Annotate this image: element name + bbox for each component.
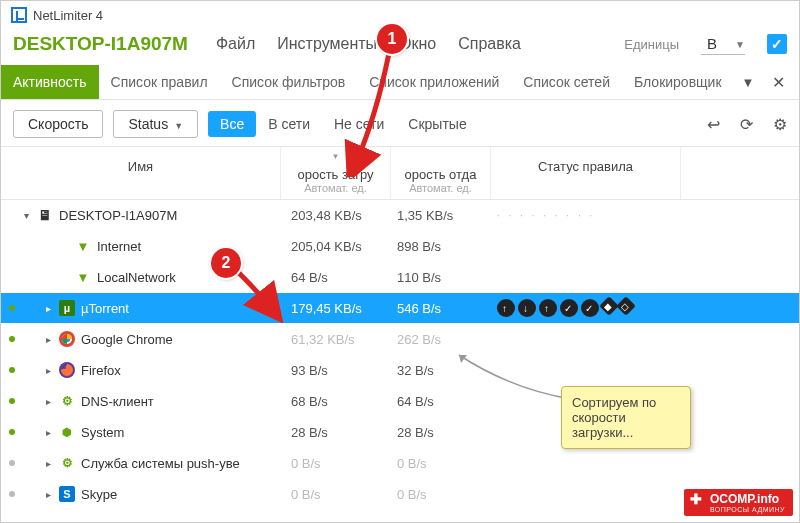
row-name: µTorrent xyxy=(81,301,129,316)
row-name: Skype xyxy=(81,487,117,502)
watermark-main: OCOMP.info xyxy=(710,492,779,506)
pill-all[interactable]: Все xyxy=(208,111,256,137)
expand-toggle-icon[interactable]: ▸ xyxy=(43,396,53,407)
row-download-speed: 28 B/s xyxy=(281,425,391,440)
tab-nets[interactable]: Список сетей xyxy=(511,65,622,99)
row-upload-speed: 0 B/s xyxy=(391,456,491,471)
row-name: Internet xyxy=(97,239,141,254)
badge-up2-icon[interactable]: ↑ xyxy=(539,299,557,317)
rule-status-badges[interactable]: ↑↓↑✓✓◆◇ xyxy=(497,299,681,317)
grid-body: ▾🖥DESKTOP-I1A907M203,48 KB/s1,35 KB/s· ·… xyxy=(1,200,799,510)
annotation-badge-2: 2 xyxy=(211,248,241,278)
status-button[interactable]: Status▼ xyxy=(113,110,198,138)
row-upload-speed: 28 B/s xyxy=(391,425,491,440)
watermark-sub: ВОПРОСЫ АДМИНУ xyxy=(710,506,785,513)
expand-toggle-icon[interactable]: ▸ xyxy=(43,303,53,314)
toggle-checkbox[interactable]: ✓ xyxy=(767,34,787,54)
annotation-badge-1: 1 xyxy=(377,24,407,54)
col-ul-sub: Автомат. ед. xyxy=(399,182,482,194)
col-dl-sub: Автомат. ед. xyxy=(289,182,382,194)
row-download-speed: 61,32 KB/s xyxy=(281,332,391,347)
expand-toggle-icon[interactable]: ▸ xyxy=(43,427,53,438)
pill-online[interactable]: В сети xyxy=(256,111,322,137)
tab-activity[interactable]: Активность xyxy=(1,65,99,99)
table-row[interactable]: ▸⚙Служба системы push-уве0 B/s0 B/s xyxy=(1,448,799,479)
grid: Имя ▼ орость загру Автомат. ед. орость о… xyxy=(1,146,799,510)
firefox-icon xyxy=(59,362,75,378)
filter-icon: ▼ xyxy=(75,238,91,254)
table-row[interactable]: ▼LocalNetwork64 B/s110 B/s xyxy=(1,262,799,293)
tab-filters[interactable]: Список фильтров xyxy=(220,65,358,99)
row-name: System xyxy=(81,425,124,440)
table-row[interactable]: ▸SSkype0 B/s0 B/s xyxy=(1,479,799,510)
undo-icon[interactable]: ↩ xyxy=(707,115,720,134)
row-name: Google Chrome xyxy=(81,332,173,347)
table-row[interactable]: ▼Internet205,04 KB/s898 B/s xyxy=(1,231,799,262)
tab-rules[interactable]: Список правил xyxy=(99,65,220,99)
tabs-overflow-caret[interactable]: ▼ xyxy=(734,75,763,90)
status-bullet-icon xyxy=(9,398,15,404)
status-bullet-icon xyxy=(9,367,15,373)
status-button-label: Status xyxy=(128,116,168,132)
expand-toggle-icon[interactable]: ▸ xyxy=(43,458,53,469)
pill-hidden[interactable]: Скрытые xyxy=(396,111,478,137)
status-bullet-icon xyxy=(9,429,15,435)
units-label: Единицы xyxy=(624,37,679,52)
row-download-speed: 64 B/s xyxy=(281,270,391,285)
expand-toggle-icon[interactable]: ▸ xyxy=(43,365,53,376)
chrome-icon xyxy=(59,331,75,347)
expand-toggle-icon[interactable]: ▸ xyxy=(43,489,53,500)
menu-help[interactable]: Справка xyxy=(458,35,521,53)
row-download-speed: 203,48 KB/s xyxy=(281,208,391,223)
badge-down-icon[interactable]: ↓ xyxy=(518,299,536,317)
status-bullet-icon xyxy=(9,305,15,311)
rule-status-dots: · · · · · · · · · xyxy=(497,210,595,221)
col-name[interactable]: Имя xyxy=(1,147,281,199)
table-row[interactable]: ▾🖥DESKTOP-I1A907M203,48 KB/s1,35 KB/s· ·… xyxy=(1,200,799,231)
sort-indicator-icon: ▼ xyxy=(332,152,340,161)
table-row[interactable]: ▸Google Chrome61,32 KB/s262 B/s xyxy=(1,324,799,355)
filter-icon: ▼ xyxy=(75,269,91,285)
row-name: DESKTOP-I1A907M xyxy=(59,208,177,223)
row-download-speed: 0 B/s xyxy=(281,456,391,471)
refresh-icon[interactable]: ⟳ xyxy=(740,115,753,134)
speed-button-label: Скорость xyxy=(28,116,88,132)
titlebar: NetLimiter 4 xyxy=(1,1,799,27)
badge-hex2-icon[interactable]: ◇ xyxy=(616,296,636,316)
badge-up-icon[interactable]: ↑ xyxy=(497,299,515,317)
watermark: OCOMP.info ВОПРОСЫ АДМИНУ xyxy=(684,489,793,516)
row-download-speed: 205,04 KB/s xyxy=(281,239,391,254)
expand-toggle-icon[interactable]: ▸ xyxy=(43,334,53,345)
speed-button[interactable]: Скорость xyxy=(13,110,103,138)
status-bullet-icon xyxy=(9,336,15,342)
settings-gear-icon[interactable]: ⚙ xyxy=(773,115,787,134)
col-rule-status[interactable]: Статус правила xyxy=(491,147,681,199)
row-upload-speed: 898 B/s xyxy=(391,239,491,254)
gear-icon: ⚙ xyxy=(59,393,75,409)
desktop-icon: 🖥 xyxy=(37,207,53,223)
tab-close-icon[interactable]: ✕ xyxy=(762,73,795,92)
units-select[interactable]: B xyxy=(701,33,745,55)
menu-file[interactable]: Файл xyxy=(216,35,255,53)
app-logo-icon xyxy=(11,7,27,23)
expand-toggle-icon[interactable]: ▾ xyxy=(21,210,31,221)
table-row[interactable]: ▸µµTorrent179,45 KB/s546 B/s↑↓↑✓✓◆◇ xyxy=(1,293,799,324)
row-download-speed: 179,45 KB/s xyxy=(281,301,391,316)
row-download-speed: 68 B/s xyxy=(281,394,391,409)
status-bullet-icon xyxy=(9,460,15,466)
row-name: LocalNetwork xyxy=(97,270,176,285)
row-name: Служба системы push-уве xyxy=(81,456,240,471)
skype-icon: S xyxy=(59,486,75,502)
row-upload-speed: 546 B/s xyxy=(391,301,491,316)
badge-check-icon[interactable]: ✓ xyxy=(560,299,578,317)
annotation-arrow-1 xyxy=(341,47,401,177)
table-row[interactable]: ▸Firefox93 B/s32 B/s xyxy=(1,355,799,386)
row-upload-speed: 0 B/s xyxy=(391,487,491,502)
gear-icon: ⚙ xyxy=(59,455,75,471)
badge-check2-icon[interactable]: ✓ xyxy=(581,299,599,317)
hostname-label: DESKTOP-I1A907M xyxy=(13,33,188,55)
chevron-down-icon: ▼ xyxy=(174,121,183,131)
tab-blocker[interactable]: Блокировщик xyxy=(622,65,734,99)
col-upload-speed[interactable]: орость отда Автомат. ед. xyxy=(391,147,491,199)
row-name: Firefox xyxy=(81,363,121,378)
